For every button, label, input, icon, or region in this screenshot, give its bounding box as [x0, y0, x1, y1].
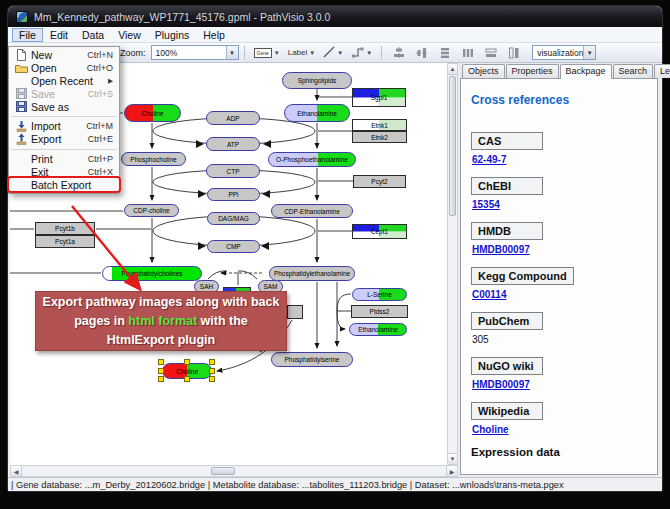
- node-adp[interactable]: ADP: [206, 111, 260, 125]
- tab-properties[interactable]: Properties: [506, 64, 559, 78]
- node-ptdss2[interactable]: Ptdss2: [351, 305, 408, 318]
- node-sgpl1[interactable]: Sgpl1: [352, 88, 406, 107]
- file-menu-item-save[interactable]: SaveCtrl+S: [9, 87, 119, 100]
- node-covered-box[interactable]: [287, 305, 303, 319]
- horizontal-scroll-thumb[interactable]: [211, 467, 235, 475]
- node-o-phosphoethanolamine[interactable]: O-Phosphoethanolamine: [268, 152, 356, 167]
- node-atp[interactable]: ATP: [206, 137, 260, 151]
- node-cdp-choline[interactable]: CDP-choline: [124, 204, 179, 217]
- menu-help[interactable]: Help: [196, 28, 232, 42]
- node-phosphatidylethanolamine[interactable]: Phosphatidylethanolamine: [269, 266, 355, 281]
- canvas-horizontal-scrollbar[interactable]: ◀ ▶: [10, 465, 458, 477]
- node-ethanolamine-lower[interactable]: Ethanolamine: [349, 323, 407, 336]
- crossref-link[interactable]: HMDB00097: [472, 244, 649, 255]
- crossref-link[interactable]: Choline: [472, 424, 649, 435]
- selection-handle[interactable]: [184, 359, 190, 365]
- import-icon: [13, 120, 29, 132]
- scroll-left-icon[interactable]: ◀: [11, 466, 22, 476]
- align-center-vertical-icon[interactable]: [389, 44, 408, 61]
- line-tool-button[interactable]: ▼: [320, 44, 346, 61]
- selection-handle[interactable]: [158, 359, 164, 365]
- chevron-down-icon[interactable]: ▼: [583, 46, 595, 59]
- selection-handle[interactable]: [209, 359, 215, 365]
- datanode-tool-icon: Gene: [254, 48, 272, 58]
- canvas-vertical-scrollbar[interactable]: ▲ ▼: [447, 63, 458, 465]
- node-phosphatidylserine[interactable]: Phosphatidylserine: [271, 352, 353, 367]
- chevron-down-icon[interactable]: ▼: [226, 46, 238, 59]
- chevron-down-icon[interactable]: ▼: [274, 50, 280, 56]
- menu-file[interactable]: File: [12, 28, 43, 42]
- file-menu-item-new[interactable]: NewCtrl+N: [9, 49, 119, 62]
- connector-tool-button[interactable]: ▼: [348, 44, 375, 61]
- distribute-horizontal-icon[interactable]: [458, 44, 477, 61]
- node-phosphatidylcholines[interactable]: Phosphatidylcholines: [102, 266, 202, 281]
- file-menu-item-exit[interactable]: ExitCtrl+X: [9, 165, 119, 178]
- scroll-down-icon[interactable]: ▼: [448, 453, 457, 464]
- node-ctp[interactable]: CTP: [206, 164, 260, 178]
- node-cmp[interactable]: CMP: [207, 240, 260, 253]
- crossref-link[interactable]: C00114: [472, 289, 649, 300]
- file-menu-item-print[interactable]: PrintCtrl+P: [9, 153, 119, 166]
- selection-handle[interactable]: [209, 368, 215, 374]
- file-menu-item-open[interactable]: OpenCtrl+O: [9, 62, 119, 75]
- file-menu-item-batch-export[interactable]: Batch Export: [9, 178, 119, 191]
- node-sphingolipids[interactable]: Sphingolipids: [282, 72, 352, 89]
- selection-handle[interactable]: [158, 368, 164, 374]
- node-etnk1[interactable]: Etnk1: [352, 119, 407, 131]
- chevron-down-icon[interactable]: ▼: [366, 50, 372, 56]
- crossref-entry-pubchem: PubChem305: [471, 311, 649, 345]
- node-cdp-ethanolamine[interactable]: CDP-Ethanolamine: [271, 204, 353, 218]
- node-l-serine[interactable]: L-Serine: [352, 288, 407, 301]
- menu-data[interactable]: Data: [75, 28, 111, 42]
- menu-edit[interactable]: Edit: [43, 28, 75, 42]
- crossref-link[interactable]: 15354: [472, 199, 649, 210]
- status-text: | Gene database: ...m_Derby_20120602.bri…: [11, 480, 564, 490]
- node-pcyt1a[interactable]: Pcyt1a: [35, 235, 95, 248]
- datanode-tool-button[interactable]: Gene ▼: [251, 44, 283, 61]
- tab-legend[interactable]: Legend: [654, 64, 670, 78]
- chevron-down-icon[interactable]: ▼: [337, 50, 343, 56]
- tab-backpage[interactable]: Backpage: [560, 64, 612, 79]
- file-menu-item-export[interactable]: ExportCtrl+E: [9, 133, 119, 146]
- scroll-up-icon[interactable]: ▲: [448, 64, 457, 75]
- node-dag-mag[interactable]: DAG/MAG: [207, 212, 260, 225]
- zoom-combobox[interactable]: 100% ▼: [151, 45, 239, 60]
- common-height-icon[interactable]: [504, 44, 523, 61]
- menu-plugins[interactable]: Plugins: [148, 28, 196, 42]
- tab-search[interactable]: Search: [613, 64, 654, 78]
- crossref-link[interactable]: 62-49-7: [472, 154, 649, 165]
- chevron-down-icon[interactable]: ▼: [309, 50, 315, 56]
- selection-handle[interactable]: [158, 376, 164, 382]
- node-etnk2[interactable]: Etnk2: [352, 131, 407, 143]
- node-ethanolamine-top[interactable]: Ethanolamine: [284, 104, 350, 122]
- crossref-entry-wikipedia: WikipediaCholine: [471, 401, 649, 435]
- node-pcyt2[interactable]: Pcyt2: [353, 175, 406, 188]
- save-icon: [13, 88, 29, 99]
- tab-objects[interactable]: Objects: [462, 64, 505, 78]
- node-choline-top[interactable]: Choline: [124, 104, 181, 122]
- node-pcyt1b[interactable]: Pcyt1b: [35, 222, 95, 235]
- backpage-panel: Cross references CAS62-49-7ChEBI15354HMD…: [460, 78, 658, 475]
- common-width-icon[interactable]: [481, 44, 500, 61]
- crossref-source-box: Wikipedia: [471, 402, 543, 420]
- node-ppi[interactable]: PPi: [207, 188, 260, 201]
- visualization-combobox[interactable]: visualization ▼: [532, 45, 596, 60]
- node-phosphocholine[interactable]: Phosphocholine: [121, 152, 186, 166]
- selection-handle[interactable]: [209, 376, 215, 382]
- node-cept1[interactable]: Cept1: [352, 224, 407, 239]
- selection-handle[interactable]: [184, 376, 190, 382]
- label-tool-button[interactable]: Label ▼: [285, 44, 319, 61]
- crossref-entry-chebi: ChEBI15354: [471, 176, 649, 210]
- file-menu-item-import[interactable]: ImportCtrl+M: [9, 120, 119, 133]
- menu-view[interactable]: View: [111, 28, 148, 42]
- app-icon[interactable]: [16, 11, 28, 23]
- distribute-vertical-icon[interactable]: [435, 44, 454, 61]
- file-menu-item-save-as[interactable]: Save as: [9, 100, 119, 113]
- align-center-horizontal-icon[interactable]: [412, 44, 431, 61]
- crossref-link[interactable]: HMDB00097: [472, 379, 649, 390]
- scroll-right-icon[interactable]: ▶: [446, 466, 457, 476]
- connector-tool-icon: [351, 46, 364, 60]
- vertical-scroll-thumb[interactable]: [449, 76, 456, 216]
- annotation-highlight: html format: [128, 314, 197, 328]
- file-menu-item-open-recent[interactable]: Open Recent▶: [9, 75, 119, 88]
